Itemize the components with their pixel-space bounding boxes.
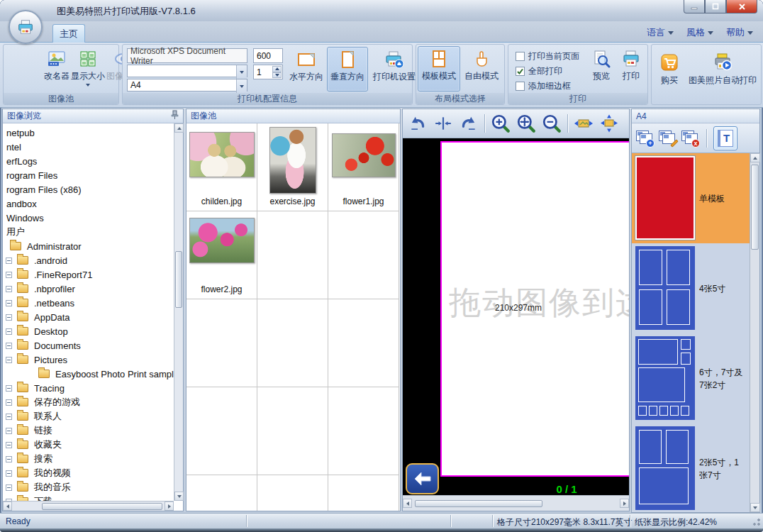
thumbnail-flower2[interactable] (189, 218, 255, 263)
expander-icon[interactable] (6, 300, 12, 306)
tree-item[interactable]: .android (3, 253, 174, 267)
free-mode-button[interactable]: 自由模式 (460, 46, 503, 92)
expander-icon[interactable] (6, 343, 12, 349)
combo-arrow[interactable] (236, 79, 247, 93)
tree-item[interactable]: .nbprofiler (3, 282, 174, 296)
template-item-4x5in[interactable]: 4张5寸 (632, 243, 759, 333)
image-pool-item[interactable]: flower2.jpg (186, 211, 257, 299)
rotate-right-button[interactable] (457, 111, 481, 135)
add-template-button[interactable]: + (636, 131, 655, 146)
scroll-right-button[interactable] (620, 499, 629, 508)
preview-horizontal-scrollbar[interactable] (403, 495, 629, 511)
zoom-in-button[interactable] (489, 111, 513, 135)
print-button[interactable]: 打印 (616, 46, 646, 92)
expander-icon[interactable] (6, 257, 12, 264)
close-button[interactable] (726, 0, 757, 13)
minimize-button[interactable] (684, 0, 705, 13)
dpi-field[interactable]: 600 (253, 48, 283, 63)
tree-item[interactable]: 用户 (3, 225, 174, 239)
tree-item[interactable]: AppData (3, 310, 174, 324)
expander-icon[interactable] (6, 456, 12, 462)
scroll-down-button[interactable] (750, 503, 760, 512)
spin-up[interactable] (272, 66, 282, 72)
tree-item[interactable]: Pictures (3, 353, 174, 367)
combo-arrow[interactable] (236, 65, 247, 79)
tree-item[interactable]: Desktop (3, 324, 174, 338)
tree-item[interactable]: 我的音乐 (3, 480, 174, 494)
expander-icon[interactable] (6, 442, 12, 448)
browser-horizontal-scrollbar[interactable] (3, 501, 174, 511)
tree-item[interactable]: Administrator (3, 239, 174, 253)
browser-vertical-scrollbar[interactable] (174, 123, 183, 501)
pin-icon[interactable] (170, 110, 179, 122)
scroll-thumb[interactable] (415, 500, 542, 507)
scroll-down-button[interactable] (174, 492, 184, 501)
menu-language[interactable]: 语言 (647, 26, 674, 39)
scroll-right-button[interactable] (165, 501, 174, 511)
maximize-button[interactable] (705, 0, 726, 13)
checkbox-print-all[interactable]: 全部打印 (516, 65, 584, 77)
tab-home[interactable]: 主页 (52, 24, 85, 43)
zoom-fit-button[interactable] (514, 111, 538, 135)
checkbox-checked[interactable] (516, 67, 525, 76)
scroll-thumb[interactable] (751, 165, 759, 250)
image-pool-item[interactable]: childen.jpg (186, 123, 257, 211)
image-pool-item[interactable]: flower1.jpg (328, 123, 399, 211)
preview-canvas[interactable]: 拖动图像到这里 210x297mm 0 / 1 (403, 138, 629, 495)
center-align-button[interactable] (431, 111, 455, 135)
zoom-out-button[interactable] (540, 111, 564, 135)
auto-print-button[interactable]: 图美照片自动打印 (686, 49, 759, 103)
printer-name-box[interactable]: Microsoft XPS Document Writer (127, 48, 247, 63)
expander-icon[interactable] (6, 286, 12, 292)
preview-button[interactable]: 预览 (586, 46, 616, 92)
tree-item[interactable]: .FineReport71 (3, 267, 174, 282)
display-size-button[interactable]: 显示大小 (70, 46, 106, 92)
tree-item[interactable]: Easyboost Photo Print samples (3, 367, 174, 381)
image-pool-item[interactable]: exercise.jpg (257, 123, 328, 211)
previous-page-button[interactable] (406, 463, 439, 494)
tree-item[interactable]: 下载 (3, 494, 174, 501)
scroll-up-button[interactable] (174, 123, 184, 133)
a4-page[interactable]: 拖动图像到这里 210x297mm (440, 141, 629, 477)
expander-icon[interactable] (6, 272, 12, 278)
menu-style[interactable]: 風格 (686, 26, 713, 39)
expander-icon[interactable] (6, 414, 12, 420)
tree-item[interactable]: andbox (3, 196, 174, 211)
tree-item[interactable]: 链接 (3, 423, 174, 438)
horizontal-orientation-button[interactable]: 水平方向 (286, 47, 327, 92)
delete-template-button[interactable]: x (681, 131, 700, 146)
spin-down[interactable] (272, 72, 282, 79)
template-mode-button[interactable]: 模板模式 (418, 46, 460, 92)
thumbnail-flower1[interactable] (332, 133, 396, 177)
app-menu-button[interactable] (9, 10, 43, 44)
tree-item[interactable]: 保存的游戏 (3, 395, 174, 409)
scroll-thumb[interactable] (175, 251, 182, 308)
template-vertical-scrollbar[interactable] (750, 153, 759, 512)
buy-button[interactable]: 购买 (653, 49, 686, 103)
resize-grip[interactable] (752, 518, 761, 526)
checkbox-print-current-page[interactable]: 打印当前页面 (516, 50, 584, 62)
tree-item[interactable]: 我的视频 (3, 466, 174, 480)
rotate-left-button[interactable] (406, 111, 430, 135)
edit-template-button[interactable] (659, 131, 677, 146)
rename-tool-button[interactable]: 改名器 (43, 46, 70, 92)
scroll-thumb[interactable] (42, 503, 162, 510)
expander-icon[interactable] (6, 470, 12, 477)
expander-icon[interactable] (6, 399, 12, 406)
tree-item[interactable]: Documents (3, 338, 174, 353)
template-item-single[interactable]: 单模板 (632, 153, 759, 243)
tree-item[interactable]: rogram Files (x86) (3, 182, 174, 196)
vertical-orientation-button[interactable]: 垂直方向 (327, 47, 368, 92)
expander-icon[interactable] (6, 357, 12, 363)
scroll-left-button[interactable] (403, 499, 412, 508)
fit-page-button[interactable] (597, 111, 621, 135)
scroll-left-button[interactable] (3, 501, 12, 511)
tree-item[interactable]: 搜索 (3, 452, 174, 466)
expander-icon[interactable] (6, 428, 12, 434)
copies-stepper[interactable]: 1 (253, 65, 283, 79)
tree-item[interactable]: Tracing (3, 381, 174, 395)
thumbnail-childen[interactable] (189, 132, 255, 177)
paper-size-combo[interactable]: A4 (127, 79, 247, 92)
tree-item[interactable]: .netbeans (3, 296, 174, 310)
tree-item[interactable]: netpub (3, 126, 174, 140)
